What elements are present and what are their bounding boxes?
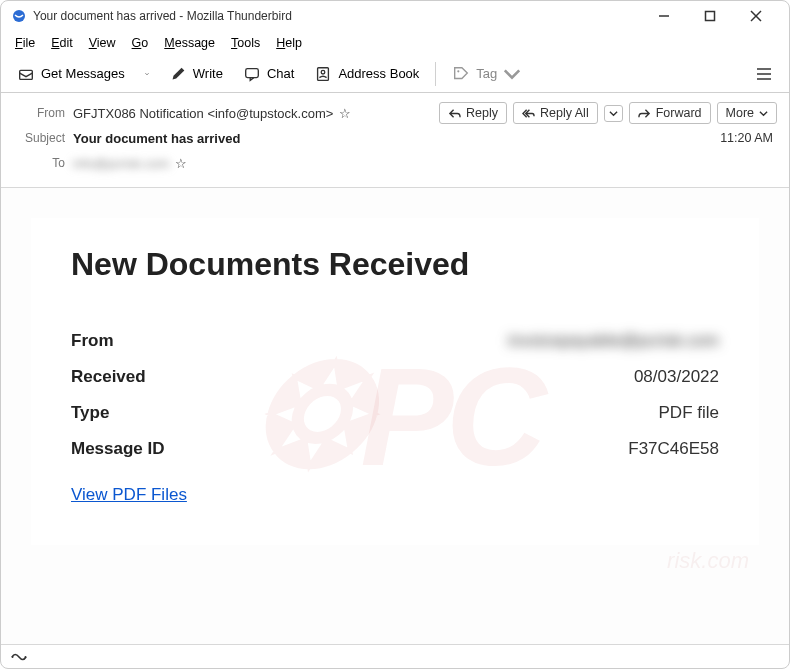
reply-all-button[interactable]: Reply All — [513, 102, 598, 124]
svg-point-8 — [322, 70, 326, 74]
menu-message[interactable]: Message — [158, 34, 221, 52]
row-from: From invoicepayable@pcrisk.com — [71, 323, 719, 359]
write-label: Write — [193, 66, 223, 81]
address-book-label: Address Book — [338, 66, 419, 81]
get-messages-button[interactable]: Get Messages — [9, 61, 133, 87]
window-titlebar: Your document has arrived - Mozilla Thun… — [1, 1, 789, 31]
tag-label: Tag — [476, 66, 497, 81]
hamburger-icon — [755, 65, 773, 83]
subject-label: Subject — [13, 131, 65, 145]
row-msgid-value: F37C46E58 — [628, 439, 719, 459]
menu-edit[interactable]: Edit — [45, 34, 79, 52]
menu-tools[interactable]: Tools — [225, 34, 266, 52]
svg-point-0 — [13, 10, 25, 22]
row-msgid: Message ID F37C46E58 — [71, 431, 719, 467]
tag-button[interactable]: Tag — [444, 61, 529, 87]
time-label: 11:20 AM — [720, 131, 777, 145]
message-body: ❂PC risk.com New Documents Received From… — [1, 188, 789, 644]
get-messages-dropdown[interactable] — [137, 61, 157, 87]
chevron-down-icon — [145, 65, 149, 83]
chat-button[interactable]: Chat — [235, 61, 302, 87]
chevron-down-icon — [609, 109, 618, 118]
watermark-sub: risk.com — [667, 548, 749, 574]
email-card: New Documents Received From invoicepayab… — [31, 218, 759, 545]
statusbar — [1, 644, 789, 668]
reply-label: Reply — [466, 106, 498, 120]
star-icon[interactable]: ☆ — [339, 106, 351, 121]
reply-all-dropdown[interactable] — [604, 105, 623, 122]
menu-go[interactable]: Go — [126, 34, 155, 52]
email-title: New Documents Received — [71, 246, 719, 283]
toolbar: Get Messages Write Chat Address Book Tag — [1, 55, 789, 93]
more-label: More — [726, 106, 754, 120]
reply-all-label: Reply All — [540, 106, 589, 120]
menu-help[interactable]: Help — [270, 34, 308, 52]
minimize-button[interactable] — [641, 1, 687, 31]
app-menu-button[interactable] — [747, 61, 781, 87]
inbox-icon — [17, 65, 35, 83]
address-book-icon — [314, 65, 332, 83]
chevron-down-icon — [503, 65, 521, 83]
forward-label: Forward — [656, 106, 702, 120]
activity-icon[interactable] — [11, 650, 27, 664]
message-header: From GFJTX086 Notification <info@tupstoc… — [1, 93, 789, 188]
reply-button[interactable]: Reply — [439, 102, 507, 124]
svg-rect-6 — [246, 68, 259, 77]
row-received: Received 08/03/2022 — [71, 359, 719, 395]
view-pdf-link[interactable]: View PDF Files — [71, 485, 187, 505]
window-title: Your document has arrived - Mozilla Thun… — [33, 9, 641, 23]
row-msgid-key: Message ID — [71, 439, 165, 459]
row-received-value: 08/03/2022 — [634, 367, 719, 387]
get-messages-label: Get Messages — [41, 66, 125, 81]
menubar: File Edit View Go Message Tools Help — [1, 31, 789, 55]
row-type-key: Type — [71, 403, 109, 423]
chat-icon — [243, 65, 261, 83]
reply-icon — [448, 107, 461, 120]
more-button[interactable]: More — [717, 102, 777, 124]
subject-value: Your document has arrived — [73, 131, 240, 146]
chat-label: Chat — [267, 66, 294, 81]
address-book-button[interactable]: Address Book — [306, 61, 427, 87]
menu-view[interactable]: View — [83, 34, 122, 52]
row-from-value: invoicepayable@pcrisk.com — [508, 331, 719, 351]
to-label: To — [13, 156, 65, 170]
row-from-key: From — [71, 331, 114, 351]
svg-point-14 — [25, 656, 27, 658]
from-label: From — [13, 106, 65, 120]
row-received-key: Received — [71, 367, 146, 387]
row-type-value: PDF file — [659, 403, 719, 423]
from-value[interactable]: GFJTX086 Notification <info@tupstock.com… — [73, 106, 333, 121]
maximize-button[interactable] — [687, 1, 733, 31]
chevron-down-icon — [759, 109, 768, 118]
close-button[interactable] — [733, 1, 779, 31]
svg-rect-2 — [706, 12, 715, 21]
star-icon[interactable]: ☆ — [175, 156, 187, 171]
menu-file[interactable]: File — [9, 34, 41, 52]
svg-point-13 — [12, 656, 14, 658]
to-value[interactable]: info@pcrisk.com — [73, 156, 169, 171]
pencil-icon — [169, 65, 187, 83]
forward-icon — [638, 107, 651, 120]
reply-all-icon — [522, 107, 535, 120]
thunderbird-icon — [11, 8, 27, 24]
row-type: Type PDF file — [71, 395, 719, 431]
svg-point-9 — [458, 70, 460, 72]
forward-button[interactable]: Forward — [629, 102, 711, 124]
tag-icon — [452, 65, 470, 83]
toolbar-separator — [435, 62, 436, 86]
write-button[interactable]: Write — [161, 61, 231, 87]
